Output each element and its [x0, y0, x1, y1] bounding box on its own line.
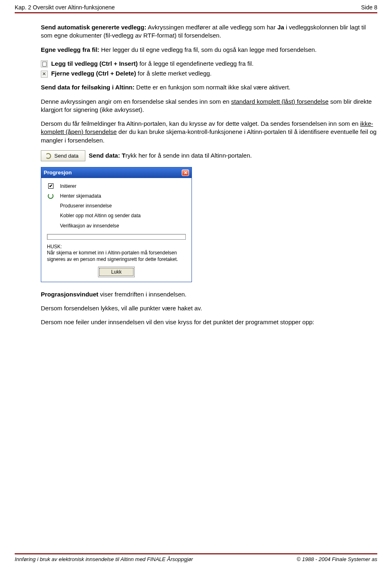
- page-footer: Innføring i bruk av elektronisk innsende…: [0, 555, 392, 568]
- lukk-button[interactable]: Lukk: [99, 268, 133, 276]
- new-document-icon: [41, 60, 48, 67]
- text-standard-komplett: standard komplett (låst) forsendelse: [231, 98, 328, 105]
- empty-icon: [47, 223, 54, 229]
- para-send-data-btn: Send data Send data: Trykk her for å sen…: [41, 150, 377, 162]
- dialog-titlebar: Progresjon ✕: [41, 167, 192, 178]
- refresh-icon: [45, 153, 51, 159]
- para-feilsoking: Send data for feilsøking i Altinn: Dette…: [41, 83, 377, 91]
- dialog-title: Progresjon: [44, 169, 72, 176]
- para-send-auto: Send automatisk genererte vedlegg: Avkry…: [41, 23, 377, 40]
- spinner-icon: [47, 193, 54, 199]
- para-feilmeldinger: Dersom du får feilmeldinger fra Altinn-p…: [41, 120, 377, 145]
- para-egne-vedlegg: Egne vedlegg fra fil: Her legger du til …: [41, 46, 377, 54]
- para-prograsjonsvinduet: Prograsjonsvinduet viser fremdriften i i…: [41, 290, 377, 298]
- list-item: Kobler opp mot Altinn og sender data: [47, 212, 186, 219]
- label-send-auto: Send automatisk genererte vedlegg:: [41, 24, 146, 31]
- label-prograsjonsvinduet: Prograsjonsvinduet: [41, 291, 98, 298]
- para-legg-til: Legg til vedlegg (Ctrl + Insert) for å l…: [41, 60, 377, 68]
- main-content: Send automatisk genererte vedlegg: Avkry…: [0, 13, 392, 326]
- para-fjerne: Fjerne vedlegg (Ctrl + Delete) for å sle…: [41, 69, 377, 78]
- list-item: Produserer innsendelse: [47, 203, 186, 209]
- label-legg-til: Legg til vedlegg (Ctrl + Insert): [49, 60, 138, 67]
- header-right: Side 8: [361, 4, 377, 11]
- label-ja: Ja: [277, 24, 284, 31]
- footer-right: © 1988 - 2004 Finale Systemer as: [297, 556, 377, 562]
- label-fjerne: Fjerne vedlegg (Ctrl + Delete): [49, 70, 136, 77]
- delete-icon: [41, 71, 48, 78]
- para-lykkes: Dersom forsendelsen lykkes, vil alle pun…: [41, 304, 377, 312]
- para-feiler: Dersom noe feiler under innsendelsen vil…: [41, 318, 377, 326]
- list-item: Henter skjemadata: [47, 193, 186, 199]
- label-egne-vedlegg: Egne vedlegg fra fil:: [41, 46, 99, 53]
- lukk-wrap: Lukk: [47, 268, 186, 276]
- send-data-button[interactable]: Send data: [41, 150, 85, 162]
- label-send-data: Send data: T: [89, 152, 125, 159]
- husk-body: Når skjema er kommet inn i Altinn-portal…: [47, 250, 186, 263]
- husk-note: HUSK: Når skjema er kommet inn i Altinn-…: [47, 244, 186, 263]
- label-feilsoking: Send data for feilsøking i Altinn:: [41, 84, 134, 91]
- close-icon[interactable]: ✕: [182, 169, 189, 176]
- page-footer-container: Innføring i bruk av elektronisk innsende…: [0, 553, 392, 568]
- empty-icon: [47, 213, 54, 219]
- progresjon-dialog: Progresjon ✕ ✔Initierer Henter skjemadat…: [41, 167, 192, 282]
- list-item: Verifikasjon av innsendelse: [47, 223, 186, 229]
- empty-icon: [47, 203, 54, 209]
- header-left: Kap. 2 Oversikt over Altinn-funksjonene: [15, 4, 115, 11]
- list-item: ✔Initierer: [47, 183, 186, 189]
- page-header: Kap. 2 Oversikt over Altinn-funksjonene …: [0, 0, 392, 12]
- progress-bar: [47, 234, 186, 240]
- progress-list: ✔Initierer Henter skjemadata Produserer …: [47, 183, 186, 229]
- dialog-body: ✔Initierer Henter skjemadata Produserer …: [41, 178, 192, 282]
- footer-left: Innføring i bruk av elektronisk innsende…: [15, 556, 193, 562]
- para-avkryssing: Denne avkryssingen angir om en forsendel…: [41, 98, 377, 114]
- husk-heading: HUSK:: [47, 244, 186, 250]
- send-data-label: Send data: [54, 152, 78, 160]
- checkmark-icon: ✔: [47, 183, 54, 189]
